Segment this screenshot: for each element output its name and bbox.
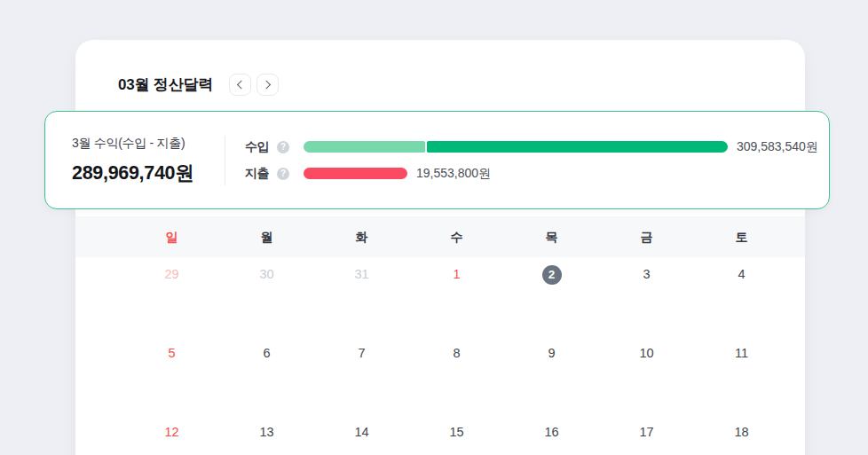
income-bar	[304, 141, 728, 153]
card-header: 03월 정산달력	[118, 74, 279, 96]
calendar-week-row: 12131415161718	[124, 415, 789, 455]
day-number: 2	[504, 264, 599, 284]
monthly-summary-panel: 3월 수익(수입 - 지출) 289,969,740원 수입 ? 309,583…	[44, 111, 830, 209]
calendar-day-cell[interactable]: 8	[409, 336, 504, 415]
calendar-day-cell[interactable]: 4	[694, 257, 789, 336]
weekday-label: 월	[219, 216, 314, 257]
calendar-day-cell[interactable]: 14	[314, 415, 409, 455]
income-bar-settled-segment	[304, 141, 425, 153]
day-number: 15	[409, 422, 504, 442]
weekday-label: 토	[694, 216, 789, 257]
day-number: 29	[124, 264, 219, 284]
settlement-calendar-card: 03월 정산달력 일월화수목금토 29303112345678910111213…	[75, 40, 805, 455]
profit-value: 289,969,740원	[72, 160, 225, 185]
calendar-day-cell[interactable]: 2	[504, 257, 599, 336]
month-nav	[229, 74, 279, 96]
day-number: 13	[219, 422, 314, 442]
selected-day-badge[interactable]: 2	[542, 265, 562, 285]
day-number: 5	[124, 343, 219, 363]
expense-label: 지출	[245, 166, 272, 182]
day-number: 10	[599, 343, 694, 363]
day-number: 31	[314, 264, 409, 284]
weekday-label: 목	[504, 216, 599, 257]
day-number: 11	[694, 343, 789, 363]
calendar-day-cell[interactable]: 7	[314, 336, 409, 415]
day-number: 14	[314, 422, 409, 442]
weekday-header-row: 일월화수목금토	[75, 216, 805, 257]
page-title: 03월 정산달력	[118, 75, 213, 95]
day-number: 18	[694, 422, 789, 442]
calendar-day-cell[interactable]: 30	[219, 257, 314, 336]
calendar-day-cell[interactable]: 9	[504, 336, 599, 415]
day-number: 8	[409, 343, 504, 363]
expense-bar	[304, 168, 407, 179]
income-help-icon[interactable]: ?	[277, 141, 289, 153]
day-number: 9	[504, 343, 599, 363]
day-number: 12	[124, 422, 219, 442]
chevron-left-icon	[237, 81, 246, 90]
expense-row: 지출 ? 19,553,800원	[245, 168, 818, 180]
day-number: 30	[219, 264, 314, 284]
calendar-day-cell[interactable]: 11	[694, 336, 789, 415]
calendar-day-cell[interactable]: 1	[409, 257, 504, 336]
calendar-day-cell[interactable]: 31	[314, 257, 409, 336]
expense-value: 19,553,800원	[416, 166, 491, 182]
profit-summary: 3월 수익(수입 - 지출) 289,969,740원	[45, 136, 225, 185]
prev-month-button[interactable]	[229, 74, 251, 96]
expense-bar-segment	[304, 168, 407, 179]
chevron-right-icon	[262, 81, 271, 90]
calendar-day-cell[interactable]: 15	[409, 415, 504, 455]
calendar-day-cell[interactable]: 29	[124, 257, 219, 336]
weekday-label: 화	[314, 216, 409, 257]
summary-divider	[225, 136, 225, 185]
calendar-week-row: 2930311234	[124, 257, 789, 336]
income-expense-bars: 수입 ? 309,583,540원 지출 ? 19,553,800원	[245, 141, 818, 180]
day-number: 4	[694, 264, 789, 284]
income-bar-main-segment	[427, 141, 728, 153]
day-number: 16	[504, 422, 599, 442]
weekday-label: 일	[124, 216, 219, 257]
day-number: 3	[599, 264, 694, 284]
calendar-grid: 293031123456789101112131415161718	[124, 257, 789, 455]
profit-label: 3월 수익(수입 - 지출)	[72, 136, 225, 152]
calendar-day-cell[interactable]: 17	[599, 415, 694, 455]
calendar-day-cell[interactable]: 6	[219, 336, 314, 415]
next-month-button[interactable]	[256, 74, 279, 96]
calendar-day-cell[interactable]: 12	[124, 415, 219, 455]
expense-help-icon[interactable]: ?	[277, 168, 289, 180]
calendar-day-cell[interactable]: 18	[694, 415, 789, 455]
income-row: 수입 ? 309,583,540원	[245, 141, 818, 153]
day-number: 7	[314, 343, 409, 363]
calendar-day-cell[interactable]: 3	[599, 257, 694, 336]
day-number: 1	[409, 264, 504, 284]
calendar-day-cell[interactable]: 10	[599, 336, 694, 415]
day-number: 17	[599, 422, 694, 442]
calendar-day-cell[interactable]: 5	[124, 336, 219, 415]
income-value: 309,583,540원	[737, 139, 818, 155]
weekday-label: 수	[409, 216, 504, 257]
calendar-week-row: 567891011	[124, 336, 789, 415]
day-number: 6	[219, 343, 314, 363]
calendar-day-cell[interactable]: 13	[219, 415, 314, 455]
weekday-label: 금	[599, 216, 694, 257]
calendar-day-cell[interactable]: 16	[504, 415, 599, 455]
income-label: 수입	[245, 139, 272, 155]
